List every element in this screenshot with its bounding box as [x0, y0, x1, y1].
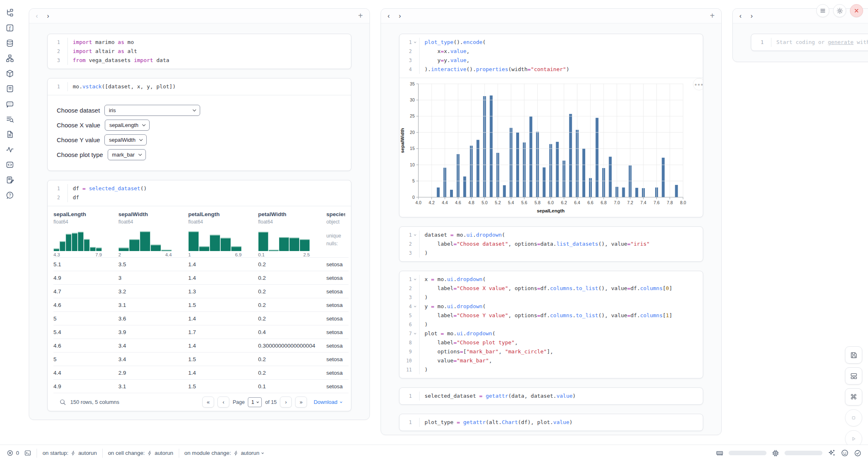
- column-next-button[interactable]: ›: [47, 13, 49, 19]
- on-startup-setting[interactable]: on startup: autorun: [42, 450, 97, 456]
- errors-button[interactable]: 0: [7, 449, 19, 456]
- svg-text:5.2: 5.2: [495, 200, 501, 205]
- add-column-button[interactable]: +: [710, 11, 715, 21]
- code-line: 9 options=["mark_bar", "mark_circle"],: [399, 347, 703, 356]
- save-icon[interactable]: [845, 346, 862, 364]
- code-editor[interactable]: 1dataset = mo.ui.dropdown(2 label="Choos…: [399, 227, 703, 261]
- table-cell: 3.6: [118, 316, 188, 322]
- code-line: 1selected_dataset = getattr(data, datase…: [399, 392, 703, 401]
- dataframe-table: sepalLengthfloat644.37.9sepalWidthfloat6…: [48, 206, 351, 411]
- terminal-button[interactable]: [24, 449, 31, 456]
- choose-plot-type-select[interactable]: mark_bar: [108, 149, 146, 160]
- svg-text:4.2: 4.2: [429, 200, 435, 205]
- code-editor[interactable]: 1selected_dataset = getattr(data, datase…: [399, 388, 703, 404]
- column-next-button[interactable]: ›: [399, 13, 401, 19]
- package-icon[interactable]: [4, 67, 16, 79]
- script-log-icon[interactable]: [4, 83, 16, 95]
- svg-text:25: 25: [410, 113, 415, 118]
- column-header-sepalWidth[interactable]: sepalWidthfloat6424.4: [118, 208, 188, 257]
- table-row: 5.13.51.40.2setosa: [53, 257, 349, 271]
- close-icon[interactable]: [850, 4, 863, 17]
- database-icon[interactable]: [4, 37, 16, 49]
- page-select[interactable]: 1: [248, 397, 262, 407]
- choose-y-value-select[interactable]: sepalWidth: [104, 134, 146, 145]
- keyboard-shortcuts-icon[interactable]: ⌘: [845, 388, 862, 406]
- file-tree-icon[interactable]: [4, 7, 16, 18]
- last-page-button[interactable]: »: [295, 396, 307, 408]
- chart-output: 4.04.24.44.64.85.05.25.45.65.86.06.26.46…: [399, 78, 703, 217]
- divider: [37, 449, 37, 458]
- chevron-down-icon: [139, 138, 142, 141]
- top-actions: [816, 4, 863, 17]
- menu-icon[interactable]: [816, 4, 829, 17]
- code-editor[interactable]: 1mo.vstack([dataset, x, y, plot]): [48, 78, 351, 95]
- column-prev-button[interactable]: ‹: [739, 13, 741, 19]
- divider: [179, 449, 179, 458]
- column-prev-button[interactable]: ‹: [36, 13, 38, 19]
- svg-text:sepalWidth: sepalWidth: [400, 128, 405, 153]
- next-page-button[interactable]: ›: [280, 396, 292, 408]
- settings-gear-icon[interactable]: [833, 4, 846, 17]
- code-editor[interactable]: 1import marimo as mo2import altair as al…: [48, 34, 351, 69]
- table-cell: setosa: [326, 288, 345, 295]
- code-cell-selected-dataset: 1selected_dataset = getattr(data, datase…: [399, 387, 703, 405]
- code-line[interactable]: 1 Start coding or generate with AI: [751, 38, 868, 47]
- svg-text:6.4: 6.4: [574, 200, 580, 205]
- chevron-down-icon: [193, 108, 196, 111]
- chart-menu-button[interactable]: ●●●: [693, 78, 703, 90]
- help-icon[interactable]: ?: [4, 189, 16, 201]
- activity-icon[interactable]: [4, 143, 16, 155]
- control-label: Choose plot type: [57, 151, 103, 158]
- column-header-petalWidth[interactable]: petalWidthfloat640.12.5: [258, 208, 326, 257]
- code-snippet-icon[interactable]: [4, 159, 16, 171]
- control-label: Choose Y value: [57, 136, 100, 143]
- download-button[interactable]: Download: [314, 399, 342, 405]
- status-bar: 0 on startup: autorun on cell change: au…: [0, 445, 868, 461]
- column-prev-button[interactable]: ‹: [388, 13, 390, 19]
- first-page-button[interactable]: «: [202, 396, 214, 408]
- svg-text:ƒ: ƒ: [8, 25, 11, 31]
- choose-dataset-select[interactable]: iris: [104, 105, 200, 116]
- on-module-change-setting[interactable]: on module change: autorun: [185, 450, 264, 456]
- table-cell: 3: [118, 275, 188, 281]
- table-cell: 4.7: [53, 288, 118, 295]
- table-cell: 1.4: [188, 343, 258, 349]
- table-cell: setosa: [326, 343, 345, 349]
- control-label: Choose dataset: [57, 107, 100, 114]
- column-header-species[interactable]: speciesobjectuniquenulls:: [326, 208, 345, 257]
- layout-grid-icon[interactable]: [845, 367, 862, 385]
- column-header-petalLength[interactable]: petalLengthfloat6416.9: [188, 208, 258, 257]
- svg-text:4.4: 4.4: [442, 200, 448, 205]
- function-icon[interactable]: ƒ: [4, 22, 16, 34]
- table-cell: 1.3: [188, 288, 258, 295]
- dependency-graph-icon[interactable]: [4, 52, 16, 64]
- table-cell: 0.2: [258, 316, 326, 322]
- code-editor[interactable]: 1x = mo.ui.dropdown(2 label="Choose X va…: [399, 271, 703, 378]
- column-header-sepalLength[interactable]: sepalLengthfloat644.37.9: [53, 208, 118, 257]
- document-icon[interactable]: [4, 128, 16, 140]
- ai-assistant-icon[interactable]: [841, 449, 849, 457]
- doc-search-icon[interactable]: [4, 113, 16, 125]
- code-editor[interactable]: 1df = selected_dataset()2df: [48, 180, 351, 206]
- stop-icon[interactable]: [845, 409, 862, 426]
- scratchpad-icon[interactable]: [4, 174, 16, 186]
- code-editor[interactable]: 1plot_type = getattr(alt.Chart(df), plot…: [399, 414, 703, 431]
- table-cell: 3.2: [118, 288, 188, 295]
- prev-page-button[interactable]: ‹: [217, 396, 229, 408]
- chat-bot-icon[interactable]: [4, 98, 16, 110]
- choose-x-value-select[interactable]: sepalLength: [105, 120, 150, 131]
- connection-status-icon[interactable]: [854, 449, 861, 457]
- svg-text:0: 0: [412, 195, 415, 200]
- add-column-button[interactable]: +: [358, 11, 363, 21]
- code-placeholder[interactable]: Start coding or generate with AI: [771, 38, 868, 47]
- code-line: 1x = mo.ui.dropdown(: [399, 275, 703, 284]
- on-cell-change-setting[interactable]: on cell change: autorun: [108, 450, 173, 456]
- bar-chart[interactable]: 4.04.24.44.64.85.05.25.45.65.86.06.26.46…: [399, 80, 687, 215]
- table-cell: 3.1: [118, 302, 188, 308]
- svg-text:7.0: 7.0: [614, 200, 620, 205]
- code-editor[interactable]: 1plot_type().encode(2 x=x.value,3 y=y.va…: [399, 34, 703, 78]
- table-row: 4.63.11.50.2setosa: [53, 298, 349, 311]
- table-search-icon[interactable]: [59, 399, 66, 406]
- column-next-button[interactable]: ›: [750, 13, 753, 19]
- ai-sparkles-icon[interactable]: [828, 449, 836, 457]
